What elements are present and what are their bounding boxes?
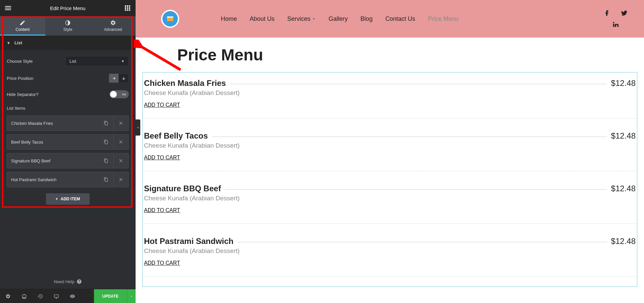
- list-items-label: List Items: [7, 106, 129, 111]
- add-item-button[interactable]: + ADD ITEM: [46, 193, 90, 205]
- section-title: List: [14, 40, 22, 45]
- svg-rect-1: [167, 17, 174, 21]
- tab-style-label: Style: [63, 27, 72, 32]
- editor-panel: Edit Price Menu Content Style Advanced ▼…: [0, 0, 136, 303]
- need-help-link[interactable]: Need Help: [0, 274, 136, 289]
- nav-services-label: Services: [287, 15, 310, 22]
- remove-button[interactable]: [114, 115, 129, 131]
- svg-rect-2: [167, 16, 174, 18]
- responsive-button[interactable]: [48, 289, 64, 303]
- linkedin-icon[interactable]: [612, 21, 619, 28]
- nav-home[interactable]: Home: [221, 15, 237, 22]
- section-body: Choose Style List ▼ Price Position: [0, 50, 136, 274]
- settings-button[interactable]: [0, 289, 16, 303]
- list-item-title: Hot Pastrami Sandwich: [7, 172, 99, 187]
- list-item-title: Signature BBQ Beef: [7, 153, 99, 168]
- plus-icon: +: [55, 197, 58, 201]
- menu-item-name: Signature BBQ Beef: [144, 184, 221, 193]
- history-button[interactable]: [32, 289, 48, 303]
- duplicate-button[interactable]: [99, 172, 114, 187]
- menu-item-price: $12.48: [611, 237, 636, 246]
- list-item-title: Chicken Masala Fries: [7, 115, 99, 131]
- menu-item-desc: Cheese Kunafa (Arabian Dessert): [144, 89, 636, 97]
- list-item[interactable]: Signature BBQ Beef: [7, 153, 129, 168]
- section-list-header[interactable]: ▼ List: [0, 36, 136, 50]
- site-header: Home About Us Services Gallery Blog Cont…: [136, 0, 644, 38]
- menu-separator: [225, 189, 607, 190]
- choose-style-value: List: [69, 59, 76, 64]
- tab-advanced-label: Advanced: [104, 27, 122, 32]
- add-to-cart-link[interactable]: ADD TO CART: [144, 155, 180, 161]
- navigator-button[interactable]: [16, 289, 32, 303]
- price-position-bottom[interactable]: [119, 73, 129, 83]
- add-to-cart-link[interactable]: ADD TO CART: [144, 102, 180, 108]
- duplicate-button[interactable]: [99, 153, 114, 168]
- menu-item-name: Beef Belly Tacos: [144, 131, 208, 141]
- nav-price-menu[interactable]: Price Menu: [428, 15, 458, 22]
- list-item-title: Beef Belly Tacos: [7, 134, 99, 150]
- nav-about[interactable]: About Us: [250, 15, 275, 22]
- social-links: [603, 9, 628, 28]
- list-item[interactable]: Chicken Masala Fries: [7, 115, 129, 131]
- help-icon: [77, 279, 82, 284]
- panel-footer: UPDATE: [0, 289, 136, 303]
- preview-button[interactable]: [64, 289, 81, 303]
- page-title: Price Menu: [177, 46, 644, 64]
- menu-item: Beef Belly Tacos $12.48 Cheese Kunafa (A…: [143, 129, 637, 171]
- price-position-toggle: [109, 73, 129, 83]
- facebook-icon[interactable]: [603, 9, 610, 17]
- tab-advanced[interactable]: Advanced: [90, 16, 136, 36]
- switch-value: NO: [122, 93, 126, 96]
- hide-separator-label: Hide Separator?: [7, 92, 39, 97]
- choose-style-label: Choose Style: [7, 59, 33, 64]
- choose-style-select[interactable]: List ▼: [65, 56, 129, 66]
- menu-item-desc: Cheese Kunafa (Arabian Dessert): [144, 195, 636, 202]
- control-choose-style: Choose Style List ▼: [7, 56, 129, 66]
- update-button[interactable]: UPDATE: [94, 289, 127, 303]
- menu-item-desc: Cheese Kunafa (Arabian Dessert): [144, 142, 636, 149]
- tab-content[interactable]: Content: [0, 16, 45, 36]
- menu-item-name: Hot Pastrami Sandwich: [144, 237, 234, 246]
- nav-services[interactable]: Services: [287, 15, 316, 22]
- panel-collapse-handle[interactable]: [136, 119, 140, 136]
- twitter-icon[interactable]: [621, 9, 628, 17]
- duplicate-button[interactable]: [99, 134, 114, 150]
- remove-button[interactable]: [114, 172, 129, 187]
- main-nav: Home About Us Services Gallery Blog Cont…: [221, 15, 458, 22]
- nav-contact[interactable]: Contact Us: [385, 15, 415, 22]
- chevron-down-icon: ▼: [121, 59, 125, 63]
- widgets-icon[interactable]: [123, 4, 132, 12]
- nav-gallery[interactable]: Gallery: [329, 15, 348, 22]
- preview-area[interactable]: Home About Us Services Gallery Blog Cont…: [136, 0, 644, 303]
- price-position-label: Price Position: [7, 76, 33, 81]
- update-options-button[interactable]: [127, 289, 136, 303]
- tab-style[interactable]: Style: [45, 16, 91, 36]
- list-item[interactable]: Hot Pastrami Sandwich: [7, 172, 129, 187]
- chevron-down-icon: [312, 17, 316, 21]
- add-to-cart-link[interactable]: ADD TO CART: [144, 260, 180, 266]
- remove-button[interactable]: [114, 153, 129, 168]
- menu-item-desc: Cheese Kunafa (Arabian Dessert): [144, 247, 636, 255]
- switch-knob: [110, 91, 117, 98]
- menu-item-price: $12.48: [611, 79, 636, 88]
- add-item-label: ADD ITEM: [61, 197, 80, 201]
- menu-item-price: $12.48: [611, 184, 636, 193]
- tab-content-label: Content: [15, 27, 30, 32]
- hide-separator-switch[interactable]: NO: [109, 90, 129, 98]
- panel-tabs: Content Style Advanced: [0, 16, 136, 36]
- remove-button[interactable]: [114, 134, 129, 150]
- price-position-right[interactable]: [109, 73, 119, 83]
- menu-icon[interactable]: [4, 4, 12, 12]
- price-menu-widget[interactable]: Chicken Masala Fries $12.48 Cheese Kunaf…: [142, 72, 637, 287]
- menu-item: Hot Pastrami Sandwich $12.48 Cheese Kuna…: [143, 234, 637, 276]
- panel-title: Edit Price Menu: [12, 5, 123, 11]
- duplicate-button[interactable]: [99, 115, 114, 131]
- site-logo[interactable]: [161, 10, 179, 28]
- panel-header: Edit Price Menu: [0, 0, 136, 16]
- control-price-position: Price Position: [7, 73, 129, 83]
- menu-item-price: $12.48: [611, 131, 636, 141]
- add-to-cart-link[interactable]: ADD TO CART: [144, 207, 180, 213]
- nav-blog[interactable]: Blog: [360, 15, 373, 22]
- menu-item-name: Chicken Masala Fries: [144, 79, 226, 88]
- list-item[interactable]: Beef Belly Tacos: [7, 134, 129, 150]
